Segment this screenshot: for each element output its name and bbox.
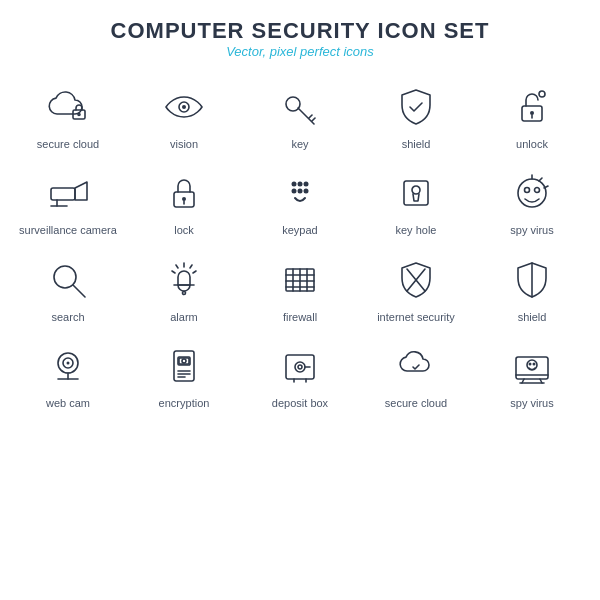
svg-point-73 (533, 362, 536, 365)
icon-spy-virus2: spy virus (474, 332, 590, 414)
icon-key: key (242, 73, 358, 155)
search-label: search (51, 310, 84, 324)
svg-line-34 (176, 265, 178, 268)
svg-point-25 (525, 188, 530, 193)
shield-icon (506, 254, 558, 306)
web-cam-label: web cam (46, 396, 90, 410)
secure-cloud-label: secure cloud (37, 137, 99, 151)
surveillance-camera-label: surveillance camera (19, 223, 117, 237)
vision-label: vision (170, 137, 198, 151)
icon-search: search (10, 246, 126, 328)
lock-label: lock (174, 223, 194, 237)
firewall-label: firewall (283, 310, 317, 324)
svg-point-19 (292, 189, 297, 194)
svg-point-1 (78, 114, 80, 116)
icon-secure-cloud: secure cloud (10, 73, 126, 155)
svg-point-59 (182, 359, 186, 363)
secure-cloud2-icon (390, 340, 442, 392)
page-title: COMPUTER SECURITY ICON SET (111, 18, 490, 44)
svg-line-31 (73, 285, 85, 297)
icon-lock: lock (126, 159, 242, 241)
icon-alarm: alarm (126, 246, 242, 328)
icon-unlock: unlock (474, 73, 590, 155)
icon-encryption: encryption (126, 332, 242, 414)
key-icon (274, 81, 326, 133)
page-header: COMPUTER SECURITY ICON SET Vector, pixel… (111, 18, 490, 59)
internet-security-icon (390, 254, 442, 306)
icon-shield: shield (474, 246, 590, 328)
svg-line-28 (539, 178, 542, 181)
icon-surveillance-camera: surveillance camera (10, 159, 126, 241)
icon-vision: vision (126, 73, 242, 155)
svg-point-21 (304, 189, 309, 194)
vision-icon (158, 81, 210, 133)
icon-firewall: firewall (242, 246, 358, 328)
key-hole-label: key hole (396, 223, 437, 237)
svg-point-52 (67, 361, 70, 364)
icon-internet-security: internet security (358, 246, 474, 328)
shield-check-label: shield (402, 137, 431, 151)
icon-web-cam: web cam (10, 332, 126, 414)
svg-point-8 (539, 91, 545, 97)
internet-security-label: internet security (377, 310, 455, 324)
svg-point-16 (292, 182, 297, 187)
svg-rect-9 (51, 188, 75, 200)
svg-point-23 (412, 186, 420, 194)
page-subtitle: Vector, pixel perfect icons (111, 44, 490, 59)
firewall-icon (274, 254, 326, 306)
shield-check-icon (390, 81, 442, 133)
icon-spy-virus: spy virus (474, 159, 590, 241)
unlock-icon (506, 81, 558, 133)
svg-point-72 (529, 362, 532, 365)
key-label: key (291, 137, 308, 151)
search-icon (42, 254, 94, 306)
shield-label: shield (518, 310, 547, 324)
svg-point-18 (304, 182, 309, 187)
lock-icon (158, 167, 210, 219)
keypad-icon (274, 167, 326, 219)
svg-point-24 (518, 179, 546, 207)
icon-deposit-box: deposit box (242, 332, 358, 414)
svg-point-26 (535, 188, 540, 193)
svg-point-37 (183, 291, 186, 294)
encryption-icon (158, 340, 210, 392)
deposit-box-label: deposit box (272, 396, 328, 410)
keypad-label: keypad (282, 223, 317, 237)
svg-marker-10 (75, 182, 87, 200)
alarm-label: alarm (170, 310, 198, 324)
svg-point-62 (298, 365, 302, 369)
icon-key-hole: key hole (358, 159, 474, 241)
encryption-label: encryption (159, 396, 210, 410)
svg-line-35 (193, 271, 196, 273)
icon-shield-check: shield (358, 73, 474, 155)
icon-grid: secure cloud vision key (10, 73, 590, 414)
alarm-icon (158, 254, 210, 306)
svg-point-20 (298, 189, 303, 194)
spy-virus2-icon (506, 340, 558, 392)
svg-point-3 (182, 105, 186, 109)
key-hole-icon (390, 167, 442, 219)
deposit-box-icon (274, 340, 326, 392)
spy-virus-icon (506, 167, 558, 219)
icon-secure-cloud2: secure cloud (358, 332, 474, 414)
svg-line-33 (190, 265, 192, 268)
svg-point-17 (298, 182, 303, 187)
spy-virus-label: spy virus (510, 223, 553, 237)
web-cam-icon (42, 340, 94, 392)
spy-virus2-label: spy virus (510, 396, 553, 410)
secure-cloud2-label: secure cloud (385, 396, 447, 410)
svg-line-36 (172, 271, 175, 273)
unlock-label: unlock (516, 137, 548, 151)
svg-point-61 (295, 362, 305, 372)
surveillance-camera-icon (42, 167, 94, 219)
secure-cloud-icon (42, 81, 94, 133)
icon-keypad: keypad (242, 159, 358, 241)
